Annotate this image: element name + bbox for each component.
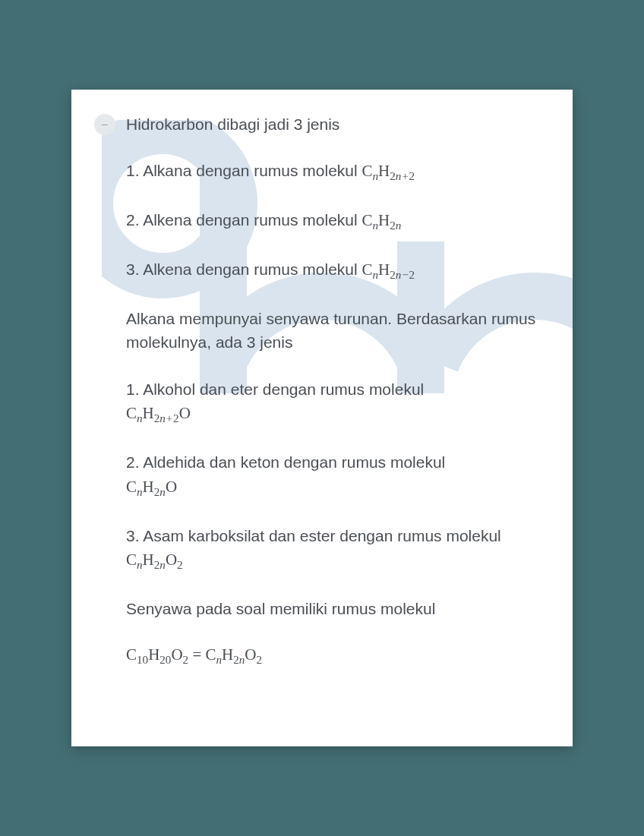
- deriv-3-prefix: 3. Asam karboksilat dan ester dengan rum…: [126, 527, 501, 544]
- hydro-2-formula: CnH2n: [362, 211, 402, 229]
- deriv-item-1: 1. Alkohol dan eter dengan rumus molekul…: [126, 377, 542, 427]
- deriv-1-formula: CnH2n+2O: [126, 404, 191, 422]
- deriv-2-formula: CnH2nO: [126, 478, 177, 496]
- text-column: Hidrokarbon dibagi jadi 3 jenis 1. Alkan…: [126, 112, 542, 692]
- hydro-item-2: 2. Alkena dengan rumus molekul CnH2n: [126, 208, 542, 235]
- intro-text: Hidrokarbon dibagi jadi 3 jenis: [126, 112, 542, 137]
- intro-row: – Hidrokarbon dibagi jadi 3 jenis 1. Alk…: [94, 112, 542, 692]
- bullet-icon: –: [94, 114, 115, 135]
- hydro-3-prefix: 3. Alkena dengan rumus molekul: [126, 260, 362, 278]
- deriv-3-formula: CnH2nO2: [126, 550, 183, 569]
- deriv-item-3: 3. Asam karboksilat dan ester dengan rum…: [126, 524, 542, 574]
- hydro-item-1: 1. Alkana dengan rumus molekul CnH2n+2: [126, 159, 542, 185]
- bullet-char: –: [102, 116, 108, 132]
- hydro-item-3: 3. Alkena dengan rumus molekul CnH2n−2: [126, 257, 542, 284]
- content-column: – Hidrokarbon dibagi jadi 3 jenis 1. Alk…: [94, 112, 542, 692]
- hydro-3-formula: CnH2n−2: [362, 260, 415, 279]
- deriv-2-prefix: 2. Aldehida dan keton dengan rumus molek…: [126, 453, 445, 471]
- hydro-1-prefix: 1. Alkana dengan rumus molekul: [126, 162, 362, 179]
- middle-text: Alkana mempunyai senyawa turunan. Berdas…: [126, 307, 542, 355]
- hydro-1-formula: CnH2n+2: [362, 162, 415, 180]
- deriv-item-2: 2. Aldehida dan keton dengan rumus molek…: [126, 450, 542, 500]
- closing-text: Senyawa pada soal memiliki rumus molekul: [126, 597, 542, 621]
- hydro-2-prefix: 2. Alkena dengan rumus molekul: [126, 211, 362, 229]
- deriv-1-prefix: 1. Alkohol dan eter dengan rumus molekul: [126, 380, 424, 398]
- final-formula: C10H20O2 = CnH2nO2: [126, 643, 542, 669]
- answer-card: – Hidrokarbon dibagi jadi 3 jenis 1. Alk…: [71, 90, 573, 747]
